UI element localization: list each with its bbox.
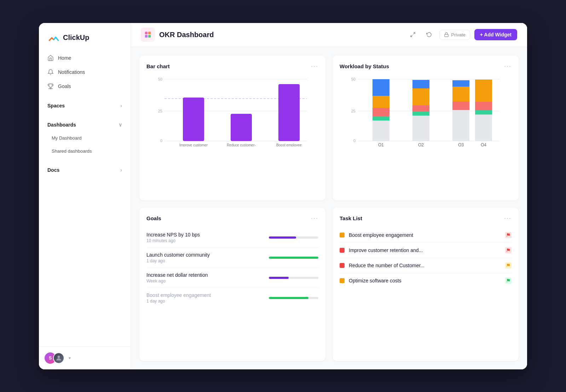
svg-rect-15 xyxy=(183,98,204,141)
goal-item-0: Increase NPS by 10 bps 10 minutes ago xyxy=(146,228,318,248)
shared-dashboards-label: Shared dashboards xyxy=(52,148,92,154)
svg-text:Q3: Q3 xyxy=(458,142,464,146)
private-badge[interactable]: Private xyxy=(439,30,470,40)
footer-chevron-icon[interactable]: ▾ xyxy=(69,356,71,361)
goal-item-2: Increase net dollar retention Week ago xyxy=(146,268,318,288)
my-dashboard-label: My Dashboard xyxy=(52,135,82,141)
private-label: Private xyxy=(451,32,465,37)
goal-name-3: Boost employee engagement xyxy=(146,292,263,298)
svg-line-6 xyxy=(411,35,412,37)
sidebar-item-spaces[interactable]: Spaces › xyxy=(43,99,126,112)
svg-rect-34 xyxy=(372,79,389,96)
svg-rect-30 xyxy=(372,121,389,141)
task-item-2: Reduce the number of Customer... xyxy=(340,258,512,273)
svg-text:0: 0 xyxy=(353,139,356,143)
sidebar-footer: S ▾ xyxy=(39,346,131,369)
svg-rect-7 xyxy=(445,34,449,36)
task-list: Boost employee engagement Improve custom… xyxy=(340,228,512,288)
svg-rect-40 xyxy=(412,80,429,88)
avatar-img xyxy=(53,352,64,364)
svg-rect-47 xyxy=(475,115,492,141)
svg-rect-39 xyxy=(412,88,429,105)
sidebar-item-dashboards[interactable]: Dashboards ∨ xyxy=(43,118,126,131)
clickup-logo-icon xyxy=(47,31,60,44)
bell-icon xyxy=(47,69,54,75)
sidebar-dashboards-label: Dashboards xyxy=(47,122,76,128)
flag-icon-2 xyxy=(506,263,510,268)
svg-text:50: 50 xyxy=(158,77,162,81)
goal-name-2: Increase net dollar retention xyxy=(146,272,263,278)
goals-widget: Goals ··· Increase NPS by 10 bps 10 minu… xyxy=(139,207,325,361)
add-widget-label: + Add Widget xyxy=(480,32,512,37)
bar-chart-menu[interactable]: ··· xyxy=(311,63,318,70)
main-content: OKR Dashboard xyxy=(131,23,527,369)
svg-rect-50 xyxy=(475,80,492,102)
task-dot-0 xyxy=(340,233,345,238)
task-list-widget: Task List ··· Boost employee engagement xyxy=(333,207,519,361)
svg-rect-44 xyxy=(452,87,469,101)
sidebar: ClickUp Home Notifications xyxy=(39,23,131,369)
avatar-group: S xyxy=(45,352,64,364)
workload-chart-menu[interactable]: ··· xyxy=(504,63,512,70)
goals-widget-menu[interactable]: ··· xyxy=(311,215,318,222)
sidebar-item-my-dashboard[interactable]: My Dashboard xyxy=(43,132,126,144)
svg-text:Q4: Q4 xyxy=(481,142,486,146)
home-icon xyxy=(47,55,54,61)
user-avatar-icon xyxy=(55,355,62,362)
sidebar-navigation: Home Notifications xyxy=(39,51,131,346)
task-flag-3 xyxy=(505,277,512,284)
goal-progress-bar-0 xyxy=(269,236,318,239)
goal-progress-fill-0 xyxy=(269,236,296,239)
lock-icon xyxy=(444,32,449,37)
logo-text: ClickUp xyxy=(63,34,89,42)
task-dot-3 xyxy=(340,278,345,283)
sidebar-item-notifications[interactable]: Notifications xyxy=(43,65,126,79)
goal-time-3: 1 day ago xyxy=(146,299,263,304)
svg-text:0: 0 xyxy=(160,139,162,143)
add-widget-button[interactable]: + Add Widget xyxy=(474,29,517,40)
task-item-1: Improve customer retention and... xyxy=(340,243,512,258)
dashboard-grid: Bar chart ··· 50 25 0 xyxy=(131,47,527,369)
workload-chart-svg: 50 25 0 Q1 xyxy=(340,76,512,146)
trophy-icon xyxy=(47,83,54,89)
logo[interactable]: ClickUp xyxy=(39,23,131,51)
goal-progress-bar-2 xyxy=(269,277,318,279)
svg-rect-42 xyxy=(452,110,469,141)
docs-chevron-icon: › xyxy=(120,167,122,173)
expand-icon xyxy=(410,32,416,37)
svg-text:25: 25 xyxy=(351,109,356,113)
svg-rect-2 xyxy=(148,32,151,34)
sidebar-spaces-label: Spaces xyxy=(47,103,65,109)
spaces-chevron-icon: › xyxy=(120,103,122,109)
sidebar-item-goals-label: Goals xyxy=(58,83,71,89)
goal-item-3: Boost employee engagement 1 day ago xyxy=(146,288,318,308)
task-list-menu[interactable]: ··· xyxy=(504,215,512,222)
sidebar-item-goals[interactable]: Goals xyxy=(43,80,126,93)
refresh-button[interactable] xyxy=(423,29,435,41)
flag-icon-0 xyxy=(506,233,510,237)
goal-info-1: Launch customer community 1 day ago xyxy=(146,252,263,263)
task-name-0: Boost employee engagement xyxy=(349,232,501,238)
svg-rect-38 xyxy=(412,105,429,111)
task-item-0: Boost employee engagement xyxy=(340,228,512,243)
task-dot-2 xyxy=(340,263,345,268)
sidebar-item-shared-dashboards[interactable]: Shared dashboards xyxy=(43,145,126,157)
sidebar-item-home-label: Home xyxy=(58,55,71,61)
sidebar-item-docs[interactable]: Docs › xyxy=(43,164,126,176)
task-flag-1 xyxy=(505,247,512,253)
expand-button[interactable] xyxy=(407,29,419,41)
page-title: OKR Dashboard xyxy=(159,31,214,39)
svg-text:Reduce customer-: Reduce customer- xyxy=(227,143,256,146)
sidebar-item-home[interactable]: Home xyxy=(43,51,126,65)
svg-rect-45 xyxy=(452,80,469,87)
task-list-header: Task List ··· xyxy=(340,215,512,222)
goals-list: Increase NPS by 10 bps 10 minutes ago La… xyxy=(146,228,318,308)
svg-text:Improve customer: Improve customer xyxy=(179,143,208,146)
task-dot-1 xyxy=(340,248,345,253)
workload-chart-widget: Workload by Status ··· 50 25 0 xyxy=(333,55,519,201)
svg-rect-3 xyxy=(145,35,148,37)
workload-chart-header: Workload by Status ··· xyxy=(340,63,512,70)
goal-progress-bar-1 xyxy=(269,257,318,259)
goal-progress-fill-3 xyxy=(269,297,308,299)
dashboard-icon-box xyxy=(141,28,155,42)
